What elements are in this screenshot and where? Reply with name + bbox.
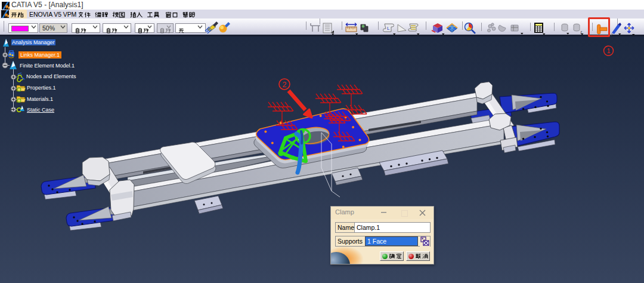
svg-text:1: 1	[606, 47, 610, 54]
svg-text:z: z	[580, 30, 583, 34]
svg-text:2: 2	[283, 81, 287, 89]
svg-text:L: L	[387, 26, 390, 31]
